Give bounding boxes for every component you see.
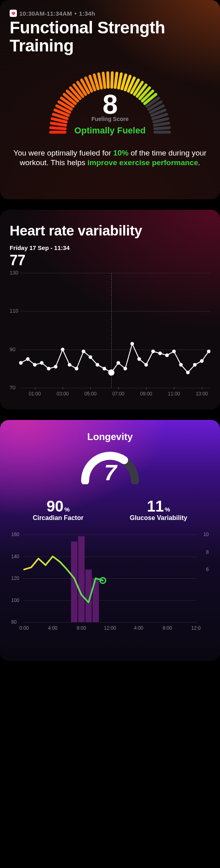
svg-point-68 [200, 359, 204, 363]
svg-point-54 [103, 367, 106, 371]
svg-point-50 [75, 367, 78, 371]
glucose-stat: 11 % Glucose Variability [130, 498, 187, 522]
svg-point-65 [179, 363, 183, 366]
fueling-gauge: 8 Fueling Score Optimally Fueled [42, 63, 178, 143]
svg-point-46 [47, 367, 51, 371]
svg-point-43 [26, 357, 30, 361]
svg-point-58 [130, 342, 134, 346]
longevity-score: 7 [76, 459, 144, 485]
fueling-status: Optimally Fueled [74, 125, 145, 136]
svg-line-23 [118, 74, 121, 88]
svg-line-19 [103, 73, 105, 88]
svg-point-53 [96, 363, 99, 366]
svg-rect-71 [78, 536, 85, 622]
glucose-label: Glucose Variability [130, 514, 187, 522]
svg-point-52 [89, 355, 92, 359]
hrv-title: Heart rate variability [10, 223, 210, 239]
longevity-stats: 90 % Circadian Factor 11 % Glucose Varia… [10, 498, 210, 522]
fitness-app-icon [10, 10, 17, 17]
svg-line-21 [112, 73, 112, 87]
workout-meta: 10:30AM-11:34AM • 1:34h [10, 10, 210, 17]
fueling-percent: 10% [113, 149, 128, 157]
glucose-value: 11 [147, 498, 164, 515]
svg-point-63 [165, 354, 169, 357]
svg-point-47 [54, 365, 57, 368]
workout-title: Functional Strength Training [10, 18, 210, 55]
svg-point-66 [186, 371, 190, 374]
svg-line-18 [99, 74, 102, 88]
hrv-value: 77 [10, 252, 210, 269]
svg-point-59 [137, 357, 141, 361]
svg-point-44 [33, 363, 37, 366]
circadian-label: Circadian Factor [33, 514, 84, 522]
svg-line-20 [108, 73, 108, 87]
fueling-explanation: You were optimally fueled for 10% of the… [10, 148, 210, 168]
svg-point-55 [109, 370, 114, 375]
svg-line-22 [115, 73, 117, 88]
svg-point-42 [19, 361, 23, 365]
fueling-card: 10:30AM-11:34AM • 1:34h Functional Stren… [0, 0, 220, 199]
longevity-gauge: 7 [76, 446, 144, 484]
svg-point-61 [151, 350, 155, 353]
fueling-score-value: 8 [103, 92, 118, 117]
fueling-link[interactable]: improve exercise performance [88, 158, 198, 167]
longevity-card: Longevity 7 90 % Circadian Factor 11 % G… [0, 420, 220, 661]
circadian-stat: 90 % Circadian Factor [33, 498, 84, 522]
hrv-card: Heart rate variability Friday 17 Sep - 1… [0, 210, 220, 409]
svg-point-67 [193, 363, 197, 366]
svg-point-51 [82, 350, 86, 353]
svg-point-48 [61, 348, 65, 351]
circadian-value: 90 [47, 498, 63, 515]
svg-point-62 [158, 352, 162, 355]
longevity-title: Longevity [10, 431, 210, 442]
svg-point-56 [116, 361, 120, 365]
fueling-score-label: Fueling Score [92, 116, 129, 122]
hrv-subtitle: Friday 17 Sep - 11:34 [10, 244, 210, 251]
svg-point-60 [145, 363, 148, 366]
svg-point-57 [124, 367, 127, 371]
longevity-chart[interactable]: 1601401201008010860:004:008:0012:004:008… [10, 531, 210, 632]
workout-duration: 1:34h [79, 10, 95, 17]
hrv-chart[interactable]: 130110907001:0003:0005:0007:0009:0011:00… [10, 271, 210, 399]
svg-point-64 [172, 350, 176, 353]
svg-point-45 [40, 361, 44, 365]
svg-point-49 [68, 363, 71, 366]
workout-time-range: 10:30AM-11:34AM [19, 10, 72, 17]
